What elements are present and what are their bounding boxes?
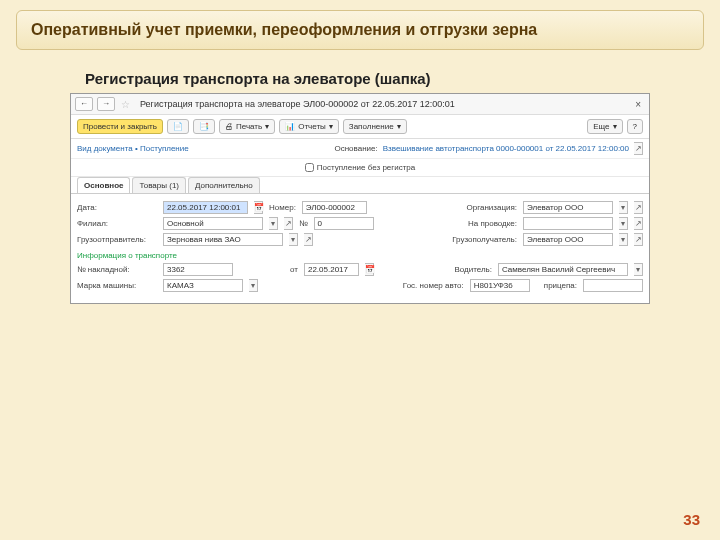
receiver-input[interactable]: Элеватор ООО bbox=[523, 233, 613, 246]
fill-button[interactable]: Заполнение ▾ bbox=[343, 119, 407, 134]
brand-label: Марка машины: bbox=[77, 281, 157, 290]
save-button[interactable]: 📄 bbox=[167, 119, 189, 134]
toolbar: Провести и закрыть 📄 📑 🖨 Печать ▾ 📊 Отче… bbox=[71, 115, 649, 139]
tab-bar: Основное Товары (1) Дополнительно bbox=[71, 177, 649, 193]
command-row: Вид документа • Поступление Основание: В… bbox=[71, 139, 649, 159]
close-icon[interactable]: × bbox=[631, 99, 645, 110]
org-dropdown-icon[interactable]: ▾ bbox=[619, 201, 628, 214]
tab-goods[interactable]: Товары (1) bbox=[132, 177, 186, 193]
doc-type-link[interactable]: Вид документа • Поступление bbox=[77, 144, 189, 153]
date-input[interactable]: 22.05.2017 12:00:01 bbox=[163, 201, 248, 214]
basis-open-icon[interactable]: ↗ bbox=[634, 142, 643, 155]
slide-title: Оперативный учет приемки, переоформления… bbox=[16, 10, 704, 50]
ot-label: от bbox=[290, 265, 298, 274]
filial-open-icon[interactable]: ↗ bbox=[284, 217, 293, 230]
number-label: Номер: bbox=[269, 203, 296, 212]
more-label: Еще bbox=[593, 122, 609, 131]
filial-label: Филиал: bbox=[77, 219, 157, 228]
receiver-label: Грузополучатель: bbox=[452, 235, 517, 244]
more-button[interactable]: Еще ▾ bbox=[587, 119, 622, 134]
number-input[interactable]: ЭЛ00-000002 bbox=[302, 201, 367, 214]
naprovod-input[interactable] bbox=[523, 217, 613, 230]
nakl-label: № накладной: bbox=[77, 265, 157, 274]
plate-label: Гос. номер авто: bbox=[403, 281, 464, 290]
naprovod-open-icon[interactable]: ↗ bbox=[634, 217, 643, 230]
filial-input[interactable]: Основной bbox=[163, 217, 263, 230]
window-title: Регистрация транспорта на элеваторе ЭЛ00… bbox=[140, 99, 455, 109]
org-open-icon[interactable]: ↗ bbox=[634, 201, 643, 214]
window-header: ← → ☆ Регистрация транспорта на элеватор… bbox=[71, 94, 649, 115]
naprovod-label: На проводке: bbox=[468, 219, 517, 228]
driver-label: Водитель: bbox=[454, 265, 492, 274]
brand-dropdown-icon[interactable]: ▾ bbox=[249, 279, 258, 292]
reports-label: Отчеты bbox=[298, 122, 326, 131]
app-window: ← → ☆ Регистрация транспорта на элеватор… bbox=[70, 93, 650, 304]
driver-input[interactable]: Самвелян Василий Сергеевич bbox=[498, 263, 628, 276]
date-label: Дата: bbox=[77, 203, 157, 212]
page-number: 33 bbox=[683, 511, 700, 528]
basis-label: Основание: bbox=[334, 144, 377, 153]
driver-dropdown-icon[interactable]: ▾ bbox=[634, 263, 643, 276]
checkbox-row: Поступление без регистра bbox=[71, 159, 649, 177]
brand-input[interactable]: КАМАЗ bbox=[163, 279, 243, 292]
post-button[interactable]: 📑 bbox=[193, 119, 215, 134]
print-button[interactable]: 🖨 Печать ▾ bbox=[219, 119, 275, 134]
ot-date-input[interactable]: 22.05.2017 bbox=[304, 263, 359, 276]
nakl-input[interactable]: 3362 bbox=[163, 263, 233, 276]
no-register-label: Поступление без регистра bbox=[317, 163, 415, 172]
basis-link[interactable]: Взвешивание автотранспорта 0000-000001 о… bbox=[383, 144, 629, 153]
ot-date-picker-icon[interactable]: 📅 bbox=[365, 263, 374, 276]
tab-additional[interactable]: Дополнительно bbox=[188, 177, 260, 193]
sender-label: Грузоотправитель: bbox=[77, 235, 157, 244]
sender-input[interactable]: Зерновая нива ЗАО bbox=[163, 233, 283, 246]
naprovod-dropdown-icon[interactable]: ▾ bbox=[619, 217, 628, 230]
sender-open-icon[interactable]: ↗ bbox=[304, 233, 313, 246]
post-and-close-button[interactable]: Провести и закрыть bbox=[77, 119, 163, 134]
org-input[interactable]: Элеватор ООО bbox=[523, 201, 613, 214]
sender-dropdown-icon[interactable]: ▾ bbox=[289, 233, 298, 246]
slide-subtitle: Регистрация транспорта на элеваторе (шап… bbox=[85, 70, 720, 87]
org-label: Организация: bbox=[467, 203, 517, 212]
no-register-checkbox[interactable] bbox=[305, 163, 314, 172]
section-transport: Информация о транспорте bbox=[77, 251, 643, 260]
back-button[interactable]: ← bbox=[75, 97, 93, 111]
favorite-icon[interactable]: ☆ bbox=[121, 99, 130, 110]
plate-input[interactable]: Н801УФ36 bbox=[470, 279, 530, 292]
receiver-open-icon[interactable]: ↗ bbox=[634, 233, 643, 246]
tab-main[interactable]: Основное bbox=[77, 177, 130, 193]
n-input[interactable]: 0 bbox=[314, 217, 374, 230]
n-label: № bbox=[299, 219, 308, 228]
fill-label: Заполнение bbox=[349, 122, 394, 131]
forward-button[interactable]: → bbox=[97, 97, 115, 111]
date-picker-icon[interactable]: 📅 bbox=[254, 201, 263, 214]
print-label: Печать bbox=[236, 122, 262, 131]
filial-dropdown-icon[interactable]: ▾ bbox=[269, 217, 278, 230]
reports-button[interactable]: 📊 Отчеты ▾ bbox=[279, 119, 339, 134]
trailer-input[interactable] bbox=[583, 279, 643, 292]
receiver-dropdown-icon[interactable]: ▾ bbox=[619, 233, 628, 246]
form-main: Дата: 22.05.2017 12:00:01 📅 Номер: ЭЛ00-… bbox=[71, 193, 649, 303]
help-button[interactable]: ? bbox=[627, 119, 643, 134]
trailer-label: прицепа: bbox=[544, 281, 577, 290]
